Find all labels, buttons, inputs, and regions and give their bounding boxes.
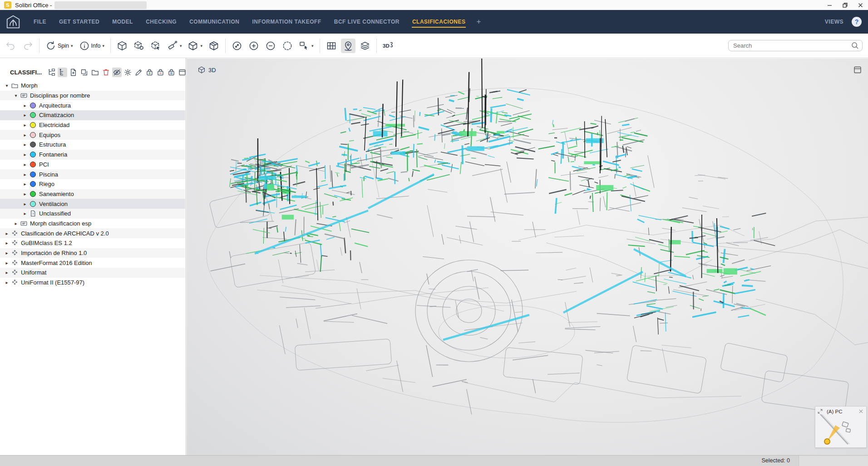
redo-button[interactable] — [20, 39, 35, 53]
expander-icon[interactable]: ▸ — [22, 142, 28, 147]
tree-row-fontaneria[interactable]: ▸Fontaneria — [0, 150, 185, 160]
minimap-close-icon[interactable] — [858, 408, 864, 414]
zoom-out-button[interactable] — [263, 39, 278, 53]
walk-button[interactable] — [341, 39, 355, 53]
tree-row-label: Clasificación de ARCHICAD v 2.0 — [21, 230, 109, 237]
bag-add-button[interactable] — [145, 68, 154, 77]
tree-row-unclassified[interactable]: ▸?Unclassified — [0, 209, 185, 219]
nav-item-get-started[interactable]: GET STARTED — [53, 10, 106, 34]
duplicate-button[interactable] — [79, 68, 89, 77]
tree-row-importaci-n-de-rhino-1-0[interactable]: ▸Importación de Rhino 1.0 — [0, 248, 185, 258]
expander-icon[interactable]: ▸ — [22, 103, 28, 108]
expander-icon[interactable]: ▸ — [22, 132, 28, 137]
spray-button[interactable]: ▾ — [165, 39, 184, 53]
undo-button[interactable] — [4, 39, 18, 53]
cube-ghost-button[interactable] — [132, 39, 146, 53]
expander-icon[interactable]: ▸ — [4, 260, 10, 265]
tree-row-uniformat[interactable]: ▸Uniformat — [0, 268, 185, 278]
box-button[interactable]: ▾ — [186, 39, 204, 53]
expander-icon[interactable]: ▸ — [13, 221, 19, 226]
tree-row-saneamiento[interactable]: ▸Saneamiento — [0, 189, 185, 199]
expander-icon[interactable]: ▸ — [22, 191, 28, 196]
expander-icon[interactable]: ▾ — [13, 93, 19, 98]
tree-row-masterformat-2016-edition[interactable]: ▸MasterFormat 2016 Edition — [0, 258, 185, 268]
tree-row-electricidad[interactable]: ▸Electricidad — [0, 120, 185, 130]
gear3d-button[interactable]: 3D — [381, 39, 395, 53]
toolbar-separator — [110, 39, 111, 53]
restore-button[interactable] — [837, 0, 853, 10]
expander-icon[interactable]: ▸ — [22, 181, 28, 186]
tree-row-clasificaci-n-de-archicad-v-2-0[interactable]: ▸Clasificación de ARCHICAD v 2.0 — [0, 228, 185, 238]
zoom-in-button[interactable] — [247, 39, 261, 53]
nav-item-plus[interactable]: + — [472, 10, 485, 34]
layers-button[interactable] — [358, 39, 372, 53]
nav-item-information-takeoff[interactable]: INFORMATION TAKEOFF — [246, 10, 327, 34]
add-document-button[interactable] — [69, 68, 78, 77]
tree-row-climatizacion[interactable]: ▸Climatizacion — [0, 110, 185, 120]
zoom-fit-button[interactable] — [280, 39, 295, 53]
tree-row-pci[interactable]: ▸PCI — [0, 160, 185, 170]
delete-button[interactable] — [101, 68, 111, 77]
tree-row-ventilacion[interactable]: ▸Ventilacion — [0, 199, 185, 209]
expander-icon[interactable]: ▸ — [4, 231, 10, 236]
tree-row-equipos[interactable]: ▸Equipos — [0, 130, 185, 140]
tree-row-label: Morph clasificacion esp — [30, 220, 91, 227]
close-button[interactable] — [853, 0, 868, 10]
expander-icon[interactable]: ▸ — [4, 270, 10, 275]
settings-button[interactable] — [123, 68, 133, 77]
expander-icon[interactable]: ▸ — [4, 280, 10, 285]
bag-remove-button[interactable] — [156, 68, 165, 77]
expander-icon[interactable]: ▸ — [22, 211, 28, 216]
expander-icon[interactable]: ▾ — [4, 83, 10, 88]
facade-button[interactable] — [324, 39, 339, 53]
expander-icon[interactable]: ▸ — [4, 240, 10, 245]
folder-icon — [11, 82, 19, 89]
tree-row-label: Importación de Rhino 1.0 — [21, 250, 87, 256]
tree-row-disciplinas-por-nombre[interactable]: ▾Disciplinas por nombre — [0, 91, 185, 101]
views-menu[interactable]: VIEWS — [825, 19, 843, 25]
nav-item-checking[interactable]: CHECKING — [139, 10, 183, 34]
tree-row-morph[interactable]: ▾Morph — [0, 81, 185, 91]
expander-icon[interactable]: ▸ — [22, 162, 28, 167]
maximize-panel-button[interactable] — [178, 68, 187, 77]
tree-row-uniformat-ii-e1557-97[interactable]: ▸UniFormat II (E1557-97) — [0, 278, 185, 288]
cube-button[interactable] — [115, 39, 129, 53]
nav-item-file[interactable]: FILE — [27, 10, 53, 34]
minimap-expand-icon[interactable] — [817, 408, 823, 414]
nav-item-communication[interactable]: COMMUNICATION — [183, 10, 246, 34]
expander-icon[interactable]: ▸ — [22, 113, 28, 118]
tree-row-riego[interactable]: ▸Riego — [0, 179, 185, 189]
hierarchy-button[interactable] — [58, 68, 67, 77]
3d-viewport[interactable]: 3D (A) PC — [187, 59, 868, 455]
nav-item-bcf-live-connector[interactable]: BCF LIVE CONNECTOR — [328, 10, 406, 34]
tree-row-morph-clasificacion-esp[interactable]: ▸Morph clasificacion esp — [0, 219, 185, 229]
tree-row-gubimclass-es-1-2[interactable]: ▸GuBIMclass ES 1.2 — [0, 238, 185, 248]
select-area-icon — [299, 40, 310, 51]
workflow-button[interactable] — [47, 68, 56, 77]
help-icon[interactable]: ? — [852, 17, 862, 27]
search-input[interactable] — [728, 40, 863, 51]
folder-button[interactable] — [90, 68, 100, 77]
openbox-button[interactable] — [207, 39, 221, 53]
statusbar-right-segment — [799, 456, 868, 466]
expander-icon[interactable]: ▸ — [22, 201, 28, 206]
expander-icon[interactable]: ▸ — [22, 172, 28, 177]
tree-row-piscina[interactable]: ▸Piscina — [0, 169, 185, 179]
bag-note-button[interactable] — [167, 68, 176, 77]
nav-item-model[interactable]: MODEL — [106, 10, 139, 34]
zoom-window-button[interactable] — [230, 39, 244, 53]
expander-icon[interactable]: ▸ — [22, 123, 28, 128]
select-area-button[interactable]: ▾ — [297, 39, 316, 53]
expander-icon[interactable]: ▸ — [22, 152, 28, 157]
info-button[interactable]: Info▾ — [77, 39, 106, 53]
minimize-button[interactable] — [822, 0, 837, 10]
tree-row-estructura[interactable]: ▸Estructura — [0, 140, 185, 150]
tree-row-arquitectura[interactable]: ▸Arquitectura — [0, 100, 185, 110]
edit-button[interactable] — [134, 68, 143, 77]
cube-dots-button[interactable] — [148, 39, 163, 53]
spin-button[interactable]: Spin▾ — [44, 39, 75, 53]
maximize-view-icon[interactable] — [853, 66, 862, 74]
nav-item-clasificaciones[interactable]: CLASIFICACIONES — [406, 10, 472, 34]
hide-button[interactable] — [112, 68, 122, 77]
expander-icon[interactable]: ▸ — [4, 250, 10, 255]
